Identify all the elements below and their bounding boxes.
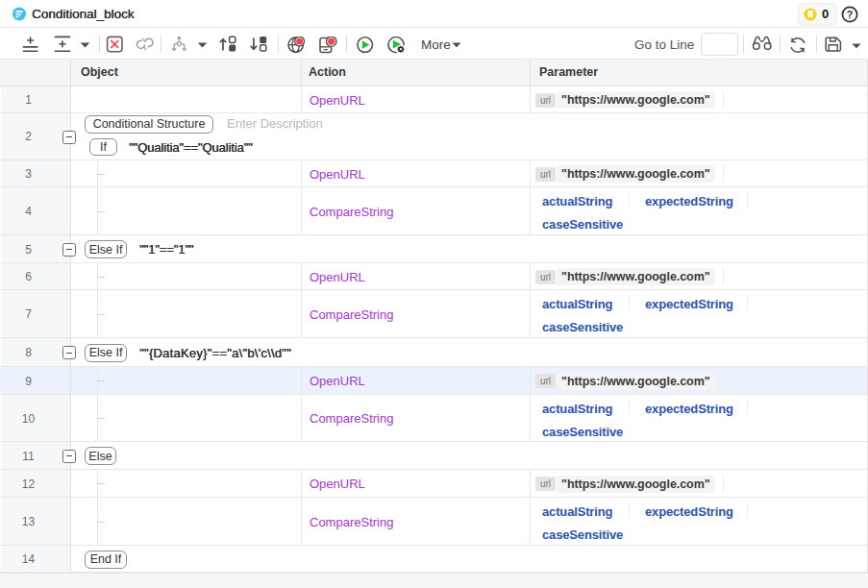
svg-text:?: ?: [847, 9, 853, 20]
